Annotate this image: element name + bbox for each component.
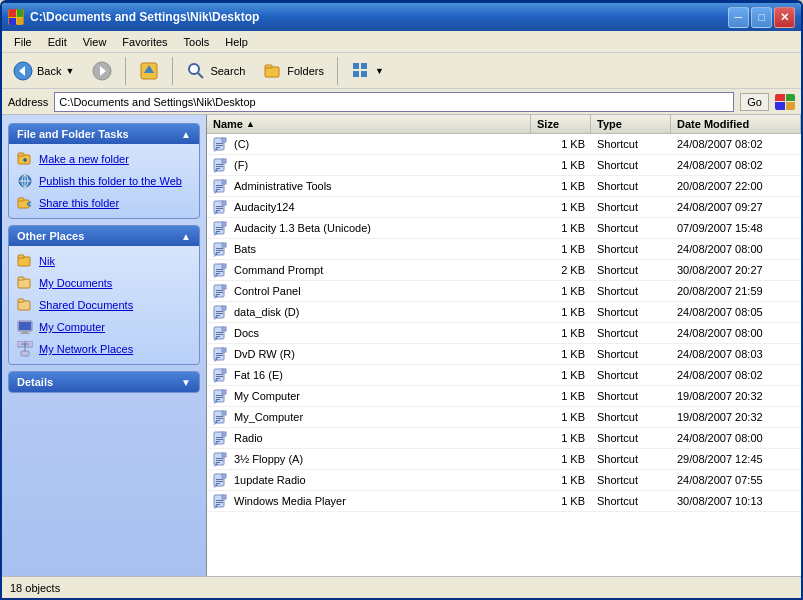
file-folder-tasks-header[interactable]: File and Folder Tasks ▲ [9, 124, 199, 144]
file-folder-tasks-section: File and Folder Tasks ▲ M [8, 123, 200, 219]
back-dropdown-icon[interactable]: ▼ [65, 66, 74, 76]
svg-rect-10 [353, 63, 359, 69]
svg-rect-79 [216, 250, 223, 251]
back-label: Back [37, 65, 61, 77]
table-row[interactable]: ↗ Bats1 KBShortcut24/08/2007 08:00 [207, 239, 801, 260]
file-name-cell: ↗ Audacity 1.3 Beta (Unicode) [207, 218, 531, 238]
svg-rect-42 [222, 138, 226, 142]
svg-rect-91 [222, 285, 226, 289]
svg-text:↗: ↗ [213, 315, 218, 320]
publish-folder-label: Publish this folder to the Web [39, 175, 182, 187]
make-new-folder-link[interactable]: Make a new folder [17, 150, 191, 168]
column-header-name[interactable]: Name ▲ [207, 115, 531, 133]
svg-rect-134 [216, 416, 223, 417]
svg-rect-13 [361, 71, 367, 77]
table-row[interactable]: ↗ Windows Media Player1 KBShortcut30/08/… [207, 491, 801, 512]
forward-button[interactable] [85, 57, 119, 85]
file-size-cell: 1 KB [531, 428, 591, 448]
table-row[interactable]: ↗ Docs1 KBShortcut24/08/2007 08:00 [207, 323, 801, 344]
file-name-cell: ↗ Audacity124 [207, 197, 531, 217]
svg-rect-142 [216, 439, 223, 440]
file-date-cell: 24/08/2007 08:02 [671, 155, 801, 175]
views-button[interactable]: ▼ [344, 57, 391, 85]
svg-rect-100 [216, 313, 223, 314]
menu-item-file[interactable]: File [6, 34, 40, 50]
shared-documents-link[interactable]: Shared Documents [17, 296, 191, 314]
share-folder-link[interactable]: Share this folder [17, 194, 191, 212]
svg-rect-63 [222, 201, 226, 205]
table-row[interactable]: ↗ Audacity 1.3 Beta (Unicode)1 KBShortcu… [207, 218, 801, 239]
file-name-cell: ↗ Radio [207, 428, 531, 448]
svg-rect-162 [216, 500, 223, 501]
views-dropdown-icon[interactable]: ▼ [375, 66, 384, 76]
svg-text:↗: ↗ [213, 189, 218, 194]
svg-rect-105 [222, 327, 226, 331]
my-computer-link[interactable]: My Computer [17, 318, 191, 336]
svg-rect-72 [216, 229, 223, 230]
file-type-cell: Shortcut [591, 470, 671, 490]
table-row[interactable]: ↗ Control Panel1 KBShortcut20/08/2007 21… [207, 281, 801, 302]
file-date-cell: 19/08/2007 20:32 [671, 386, 801, 406]
go-button[interactable]: Go [740, 93, 769, 111]
svg-rect-77 [222, 243, 226, 247]
shared-documents-label: Shared Documents [39, 299, 133, 311]
menu-item-favorites[interactable]: Favorites [114, 34, 175, 50]
nik-link[interactable]: Nik [17, 252, 191, 270]
table-row[interactable]: ↗ (C)1 KBShortcut24/08/2007 08:02 [207, 134, 801, 155]
address-label: Address [8, 96, 48, 108]
my-network-link[interactable]: My Network Places [17, 340, 191, 358]
column-header-type[interactable]: Type [591, 115, 671, 133]
file-name: data_disk (D) [234, 306, 299, 318]
details-header[interactable]: Details ▼ [9, 372, 199, 392]
file-date-cell: 24/08/2007 08:02 [671, 134, 801, 154]
file-name: 1update Radio [234, 474, 306, 486]
column-header-date[interactable]: Date Modified [671, 115, 801, 133]
svg-rect-31 [22, 331, 28, 333]
up-button[interactable] [132, 57, 166, 85]
menu-item-help[interactable]: Help [217, 34, 256, 50]
table-row[interactable]: ↗ data_disk (D)1 KBShortcut24/08/2007 08… [207, 302, 801, 323]
share-folder-label: Share this folder [39, 197, 119, 209]
svg-rect-84 [222, 264, 226, 268]
svg-rect-106 [216, 332, 223, 333]
file-name: Command Prompt [234, 264, 323, 276]
table-row[interactable]: ↗ Administrative Tools1 KBShortcut20/08/… [207, 176, 801, 197]
menu-item-edit[interactable]: Edit [40, 34, 75, 50]
maximize-button[interactable]: □ [751, 7, 772, 28]
file-name-cell: ↗ 1update Radio [207, 470, 531, 490]
menu-item-view[interactable]: View [75, 34, 115, 50]
folders-button[interactable]: Folders [256, 57, 331, 85]
table-row[interactable]: ↗ DvD RW (R)1 KBShortcut24/08/2007 08:03 [207, 344, 801, 365]
file-type-cell: Shortcut [591, 239, 671, 259]
column-header-size[interactable]: Size [531, 115, 591, 133]
svg-rect-27 [18, 277, 24, 280]
file-name: DvD RW (R) [234, 348, 295, 360]
toolbar-separator-2 [172, 57, 173, 85]
svg-rect-121 [216, 376, 223, 377]
publish-folder-link[interactable]: Publish this folder to the Web [17, 172, 191, 190]
table-row[interactable]: ↗ My_Computer1 KBShortcut19/08/2007 20:3… [207, 407, 801, 428]
other-places-header[interactable]: Other Places ▲ [9, 226, 199, 246]
svg-rect-135 [216, 418, 223, 419]
toolbar-separator-3 [337, 57, 338, 85]
file-type-cell: Shortcut [591, 260, 671, 280]
table-row[interactable]: ↗ My Computer1 KBShortcut19/08/2007 20:3… [207, 386, 801, 407]
table-row[interactable]: ↗ Fat 16 (E)1 KBShortcut24/08/2007 08:02 [207, 365, 801, 386]
folders-icon [263, 61, 283, 81]
address-input[interactable] [54, 92, 734, 112]
table-row[interactable]: ↗ Audacity1241 KBShortcut24/08/2007 09:2… [207, 197, 801, 218]
close-button[interactable]: ✕ [774, 7, 795, 28]
minimize-button[interactable]: ─ [728, 7, 749, 28]
table-row[interactable]: ↗ Command Prompt2 KBShortcut30/08/2007 2… [207, 260, 801, 281]
table-row[interactable]: ↗ 3½ Floppy (A)1 KBShortcut29/08/2007 12… [207, 449, 801, 470]
svg-rect-113 [216, 353, 223, 354]
svg-rect-70 [222, 222, 226, 226]
my-documents-link[interactable]: My Documents [17, 274, 191, 292]
table-row[interactable]: ↗ Radio1 KBShortcut24/08/2007 08:00 [207, 428, 801, 449]
table-row[interactable]: ↗ (F)1 KBShortcut24/08/2007 08:02 [207, 155, 801, 176]
table-row[interactable]: ↗ 1update Radio1 KBShortcut24/08/2007 07… [207, 470, 801, 491]
menu-item-tools[interactable]: Tools [176, 34, 218, 50]
search-button[interactable]: Search [179, 57, 252, 85]
file-size-cell: 1 KB [531, 302, 591, 322]
back-button[interactable]: Back ▼ [6, 57, 81, 85]
